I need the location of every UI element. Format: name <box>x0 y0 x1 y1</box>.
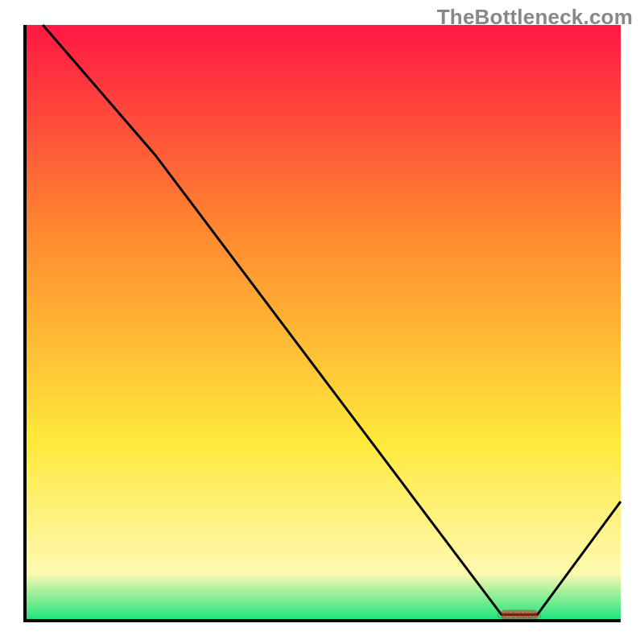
optimum-label: OPTIMUM <box>497 610 541 620</box>
optimum-label-strip: OPTIMUM <box>502 609 537 621</box>
chart-svg <box>0 0 644 644</box>
bottleneck-chart: TheBottleneck.com OPTIMUM <box>0 0 644 644</box>
plot-background <box>25 25 621 621</box>
